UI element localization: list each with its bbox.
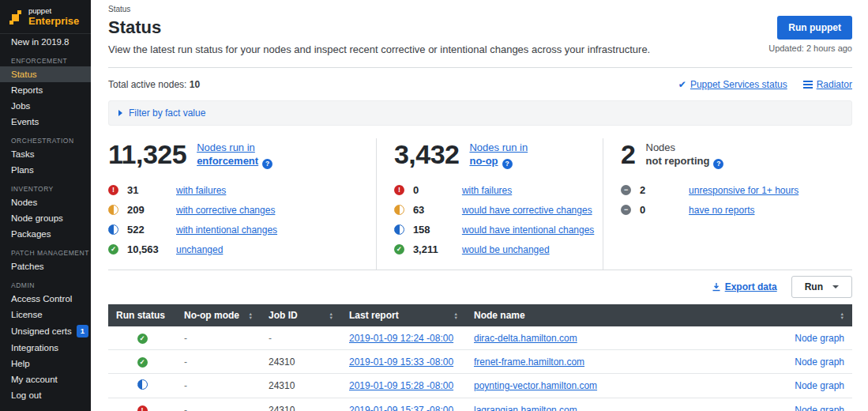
corrective-change-icon (108, 205, 118, 215)
radiator-link[interactable]: Radiator (803, 79, 852, 90)
export-data-label[interactable]: Export data (725, 281, 777, 292)
job-id-cell: 24310 (261, 398, 341, 411)
puppet-services-status-link[interactable]: ✔ Puppet Services status (678, 79, 787, 90)
total-active-nodes: Total active nodes: 10 (108, 79, 200, 90)
with-intentional-changes-link[interactable]: with intentional changes (176, 224, 277, 236)
noop-count: 3,432 (394, 140, 460, 168)
overview-row: Total active nodes: 10 ✔ Puppet Services… (108, 68, 852, 100)
product-name: Enterprise (28, 15, 79, 27)
run-dropdown-button[interactable]: Run (791, 276, 852, 298)
sidebar-item-events[interactable]: Events (0, 114, 91, 130)
column-node-name[interactable]: Node name (466, 304, 780, 326)
would-have-corrective-changes-link[interactable]: would have corrective changes (462, 205, 592, 216)
help-icon[interactable] (502, 159, 513, 169)
sidebar-item-patches[interactable]: Patches (0, 258, 91, 274)
last-report-link[interactable]: 2019-01-09 15:33 -08:00 (349, 356, 453, 368)
node-graph-link[interactable]: Node graph (795, 333, 844, 344)
column-job-id[interactable]: Job ID▲▼ (261, 304, 341, 326)
last-report-link[interactable]: 2019-01-09 12:24 -08:00 (349, 333, 453, 344)
node-name-link[interactable]: lagrangian.hamilton.com (474, 405, 577, 411)
noop-mode-cell: - (176, 350, 261, 374)
with-corrective-changes-link[interactable]: with corrective changes (176, 205, 275, 216)
sidebar-item-status[interactable]: Status (0, 66, 91, 82)
puppet-enterprise-console: puppet Enterprise New in 2019.8 ENFORCEM… (0, 0, 868, 411)
sidebar-item-log-out[interactable]: Log out (0, 387, 91, 403)
unresponsive-link[interactable]: unresponsive for 1+ hours (689, 185, 798, 196)
run-button-label: Run (805, 281, 823, 292)
expand-filter-icon (118, 110, 122, 116)
sidebar-item-new-in[interactable]: New in 2019.8 (0, 34, 91, 50)
table-row: - - 2019-01-09 12:24 -08:00 dirac-delta.… (108, 326, 852, 350)
last-report-link[interactable]: 2019-01-09 15:37 -08:00 (349, 405, 453, 411)
radiator-label[interactable]: Radiator (817, 79, 852, 90)
puppet-services-status-label[interactable]: Puppet Services status (690, 79, 787, 90)
sidebar-item-reports[interactable]: Reports (0, 82, 91, 98)
corrective-change-icon (394, 205, 404, 215)
filter-by-fact-value[interactable]: Filter by fact value (108, 100, 852, 126)
no-reports-link[interactable]: have no reports (689, 205, 754, 216)
noop-link-line2[interactable]: no-op (469, 155, 498, 167)
node-graph-link[interactable]: Node graph (795, 405, 844, 411)
column-noop-mode[interactable]: No-op mode▲▼ (176, 304, 261, 326)
sidebar-section-orchestration: ORCHESTRATION (0, 130, 91, 146)
overview-links: ✔ Puppet Services status Radiator (678, 79, 852, 90)
failure-icon (108, 185, 118, 195)
sidebar-item-my-account[interactable]: My account (0, 371, 91, 387)
sort-icon[interactable]: ▲▼ (249, 312, 253, 319)
table-actions-row: Export data Run (108, 270, 852, 304)
help-icon[interactable] (713, 159, 723, 169)
sidebar-item-tasks[interactable]: Tasks (0, 146, 91, 162)
sidebar-section-admin: ADMIN (0, 274, 91, 291)
column-last-report[interactable]: Last report▲▼ (341, 304, 466, 326)
filter-label: Filter by fact value (129, 107, 205, 119)
puppet-logo[interactable]: puppet Enterprise (0, 0, 91, 34)
updated-timestamp: Updated: 2 hours ago (768, 43, 852, 53)
help-icon[interactable] (262, 159, 272, 169)
node-graph-link[interactable]: Node graph (795, 380, 844, 391)
sidebar-item-unsigned-certs[interactable]: Unsigned certs1 (0, 322, 91, 340)
noop-mode-cell: - (176, 374, 261, 398)
chevron-down-icon (832, 285, 839, 288)
last-report-link[interactable]: 2019-01-09 15:28 -08:00 (349, 380, 453, 391)
column-node-graph[interactable]: ▲▼ (780, 304, 852, 326)
run-status-failure-icon (137, 405, 148, 411)
run-puppet-button[interactable]: Run puppet (777, 16, 852, 40)
would-have-intentional-changes-link[interactable]: would have intentional changes (462, 224, 594, 236)
sidebar-item-plans[interactable]: Plans (0, 162, 91, 178)
with-failures-link[interactable]: with failures (462, 185, 512, 196)
export-data-link[interactable]: Export data (712, 281, 777, 292)
sort-icon[interactable]: ▲▼ (840, 312, 844, 319)
table-row: - 24310 2019-01-09 15:37 -08:00 lagrangi… (108, 398, 852, 411)
node-graph-link[interactable]: Node graph (795, 356, 844, 368)
intentional-change-icon (108, 224, 118, 235)
check-icon: ✔ (678, 79, 686, 90)
sidebar-item-jobs[interactable]: Jobs (0, 98, 91, 114)
breadcrumb[interactable]: Status (108, 0, 852, 13)
sidebar-item-unsigned-certs-label: Unsigned certs (11, 326, 72, 336)
node-name-link[interactable]: poynting-vector.hamilton.com (474, 380, 597, 391)
would-be-unchanged-link[interactable]: would be unchanged (462, 244, 550, 255)
puppet-logo-icon (8, 9, 24, 25)
sidebar-item-access-control[interactable]: Access Control (0, 291, 91, 307)
run-status-success-icon (137, 334, 148, 344)
stat-value: 3,211 (413, 243, 462, 255)
sidebar-item-node-groups[interactable]: Node groups (0, 210, 91, 226)
with-failures-link[interactable]: with failures (176, 185, 226, 196)
enforcement-link-line1[interactable]: Nodes run in (197, 141, 255, 153)
stat-row: 0 with failures (394, 184, 595, 196)
sidebar-item-nodes[interactable]: Nodes (0, 194, 91, 210)
run-status-success-icon (137, 357, 148, 368)
sort-icon[interactable]: ▲▼ (329, 312, 333, 319)
node-name-link[interactable]: frenet-frame.hamilton.com (474, 356, 584, 368)
summary-panel-not-reporting: 2 Nodes not reporting 2 unresponsive for… (603, 138, 852, 270)
sidebar-item-help[interactable]: Help (0, 356, 91, 371)
unchanged-link[interactable]: unchanged (176, 244, 223, 255)
sort-icon[interactable]: ▲▼ (454, 312, 458, 319)
sidebar-item-license[interactable]: License (0, 307, 91, 322)
stat-row: 209 with corrective changes (108, 204, 368, 216)
enforcement-link-line2[interactable]: enforcement (197, 155, 258, 167)
noop-link-line1[interactable]: Nodes run in (469, 141, 528, 153)
sidebar-item-integrations[interactable]: Integrations (0, 340, 91, 356)
sidebar-item-packages[interactable]: Packages (0, 226, 91, 242)
node-name-link[interactable]: dirac-delta.hamilton.com (474, 333, 577, 344)
